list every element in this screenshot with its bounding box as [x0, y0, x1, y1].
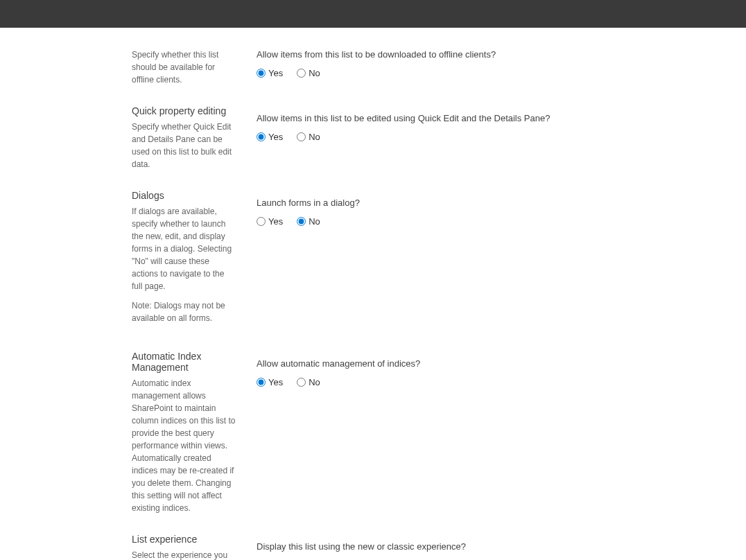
index-yes-label: Yes [268, 377, 283, 387]
section-right-offline: Allow items from this list to be downloa… [257, 49, 596, 78]
section-left-offline: Specify whether this list should be avai… [132, 49, 257, 86]
offline-description: Specify whether this list should be avai… [132, 49, 236, 86]
section-left-dialogs: Dialogs If dialogs are available, specif… [132, 190, 257, 331]
quickedit-radio-group: Yes No [257, 132, 596, 142]
dialogs-yes-option[interactable]: Yes [257, 216, 283, 227]
offline-no-label: No [309, 68, 320, 78]
section-dialogs: Dialogs If dialogs are available, specif… [132, 190, 596, 331]
offline-no-radio[interactable] [297, 69, 306, 78]
section-right-quickedit: Allow items in this list to be edited us… [257, 105, 596, 142]
section-left-listexp: List experience Select the experience yo… [132, 534, 257, 560]
quickedit-yes-option[interactable]: Yes [257, 132, 283, 142]
section-right-index: Allow automatic management of indices? Y… [257, 351, 596, 387]
listexp-description: Select the experience you want to use fo… [132, 549, 236, 560]
listexp-title: List experience [132, 534, 236, 545]
offline-yes-option[interactable]: Yes [257, 68, 283, 78]
dialogs-title: Dialogs [132, 190, 236, 201]
offline-question: Allow items from this list to be downloa… [257, 49, 596, 61]
quickedit-no-option[interactable]: No [297, 132, 320, 142]
dialogs-yes-radio[interactable] [257, 217, 266, 226]
dialogs-no-radio[interactable] [297, 217, 306, 226]
index-no-label: No [309, 377, 320, 387]
quickedit-title: Quick property editing [132, 105, 236, 116]
index-description: Automatic index management allows ShareP… [132, 377, 236, 514]
quickedit-description: Specify whether Quick Edit and Details P… [132, 121, 236, 170]
dialogs-description-wrapper: If dialogs are available, specify whethe… [132, 205, 236, 324]
offline-yes-label: Yes [268, 68, 283, 78]
dialogs-no-option[interactable]: No [297, 216, 320, 227]
quickedit-question: Allow items in this list to be edited us… [257, 112, 596, 125]
content-wrapper: Specify whether this list should be avai… [0, 28, 746, 560]
offline-yes-radio[interactable] [257, 69, 266, 78]
section-right-listexp: Display this list using the new or class… [257, 534, 596, 560]
index-no-radio[interactable] [297, 378, 306, 387]
settings-container: Specify whether this list should be avai… [132, 49, 596, 560]
dialogs-yes-label: Yes [268, 216, 283, 227]
index-radio-group: Yes No [257, 377, 596, 387]
section-right-dialogs: Launch forms in a dialog? Yes No [257, 190, 596, 227]
dialogs-no-label: No [309, 216, 320, 227]
section-listexp: List experience Select the experience yo… [132, 534, 596, 560]
quickedit-no-radio[interactable] [297, 132, 306, 141]
index-title: Automatic Index Management [132, 351, 236, 373]
offline-radio-group: Yes No [257, 68, 596, 78]
section-offline: Specify whether this list should be avai… [132, 49, 596, 86]
quickedit-yes-radio[interactable] [257, 132, 266, 141]
index-no-option[interactable]: No [297, 377, 320, 387]
section-left-quickedit: Quick property editing Specify whether Q… [132, 105, 257, 170]
index-yes-radio[interactable] [257, 378, 266, 387]
section-quickedit: Quick property editing Specify whether Q… [132, 105, 596, 170]
listexp-question: Display this list using the new or class… [257, 541, 596, 553]
dialogs-radio-group: Yes No [257, 216, 596, 227]
section-index: Automatic Index Management Automatic ind… [132, 351, 596, 514]
top-bar [0, 0, 746, 28]
index-question: Allow automatic management of indices? [257, 358, 596, 370]
offline-no-option[interactable]: No [297, 68, 320, 78]
dialogs-note: Note: Dialogs may not be available on al… [132, 299, 236, 324]
dialogs-description: If dialogs are available, specify whethe… [132, 205, 236, 292]
quickedit-yes-label: Yes [268, 132, 283, 142]
section-left-index: Automatic Index Management Automatic ind… [132, 351, 257, 514]
index-yes-option[interactable]: Yes [257, 377, 283, 387]
quickedit-no-label: No [309, 132, 320, 142]
dialogs-question: Launch forms in a dialog? [257, 197, 596, 209]
